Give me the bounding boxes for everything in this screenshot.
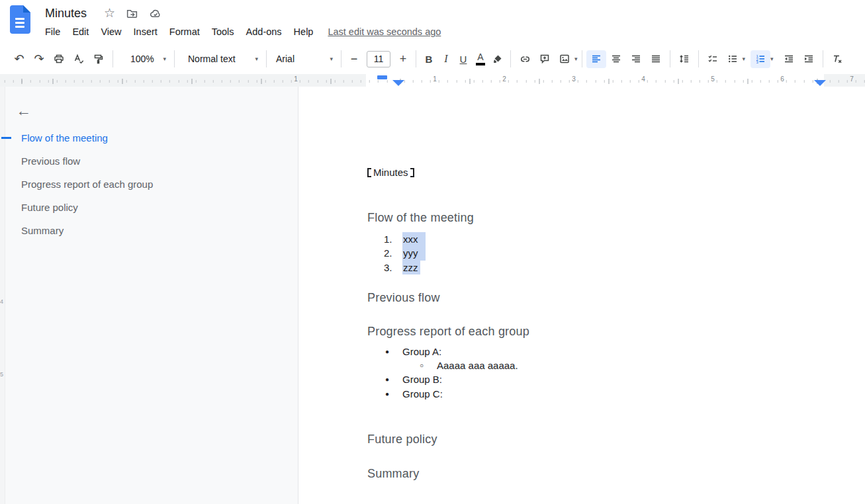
last-edit-link[interactable]: Last edit was seconds ago [328,26,441,37]
toolbar: ↶ ↷ 100% ▾ Normal text ▾ Arial ▾ − 11 + … [0,44,865,74]
font-size-input[interactable]: 11 [367,51,390,67]
outline-item-flow-of-the-meeting[interactable]: Flow of the meeting [0,126,298,149]
header: Minutes ☆ File Edit View Insert Format T… [0,0,865,44]
divider [266,50,267,67]
insert-comment-button[interactable] [535,50,555,68]
highlight-color-button[interactable] [489,50,506,68]
close-outline-button[interactable]: ← [16,103,31,118]
font-select[interactable]: Arial ▾ [272,50,337,68]
redo-button[interactable]: ↷ [29,50,49,68]
heading-future-policy: Future policy [367,431,865,447]
chevron-down-icon[interactable]: ▾ [770,56,774,62]
text-color-button[interactable]: A [472,50,489,68]
heading-previous-flow: Previous flow [367,290,865,306]
clear-formatting-button[interactable] [827,50,847,68]
comment-icon [539,53,551,65]
increase-indent-button[interactable] [799,50,819,68]
selected-text: zzz [402,261,420,274]
outline-item-previous-flow[interactable]: Previous flow [0,149,298,173]
align-center-icon [610,53,622,65]
chevron-down-icon: ▾ [255,56,258,62]
menu-help[interactable]: Help [288,24,320,39]
active-indicator [1,137,11,139]
menu-bar: File Edit View Insert Format Tools Add-o… [39,22,441,41]
first-line-indent-marker[interactable] [377,75,387,79]
italic-button[interactable]: I [437,50,455,68]
heading-flow-of-the-meeting: Flow of the meeting [367,210,865,226]
right-indent-marker[interactable] [814,80,826,86]
decrease-indent-button[interactable] [779,50,799,68]
chevron-down-icon: ▾ [330,56,333,62]
bullet-icon: ● [385,345,402,358]
menu-insert[interactable]: Insert [128,24,163,39]
link-icon [519,53,531,65]
align-center-button[interactable] [606,50,626,68]
list-item: 2. yyy [367,246,865,260]
google-docs-icon[interactable] [9,5,30,34]
ruler-number: 5 [708,75,717,83]
decrease-font-size-button[interactable]: − [345,50,363,68]
minus-icon: − [351,53,358,65]
paint-format-button[interactable] [89,50,109,68]
lenticular-bracket-right [410,168,414,177]
align-right-button[interactable] [626,50,646,68]
bullet-list-button[interactable] [723,50,743,68]
chevron-down-icon[interactable]: ▾ [743,56,746,62]
numbered-list-button[interactable]: 1 2 3 [751,50,770,68]
chevron-down-icon[interactable]: ▾ [574,56,578,62]
menu-tools[interactable]: Tools [206,24,240,39]
checklist-icon [707,53,719,65]
bullet-icon: ○ [420,358,437,372]
divider [416,50,416,67]
list-item: ● Group A: [367,345,865,358]
insert-link-button[interactable] [515,50,535,68]
list-item: 3. zzz [367,261,865,274]
menu-view[interactable]: View [95,24,127,39]
divider [113,50,113,67]
menu-edit[interactable]: Edit [66,24,95,39]
outline-item-summary[interactable]: Summary [0,219,298,242]
justify-icon [650,53,662,65]
underline-button[interactable]: U [455,50,472,68]
left-indent-marker[interactable] [392,80,404,86]
page-title: Minutes [367,166,865,179]
undo-button[interactable]: ↶ [9,50,29,68]
increase-font-size-button[interactable]: + [394,50,412,68]
outline-panel: 4 5 ← Flow of the meeting Previous flow … [0,87,298,504]
image-icon [559,53,570,65]
outline-item-future-policy[interactable]: Future policy [0,196,298,219]
justify-button[interactable] [646,50,666,68]
menu-format[interactable]: Format [163,24,206,39]
paragraph-style-select[interactable]: Normal text ▾ [184,50,262,68]
document-page[interactable]: Minutes Flow of the meeting 1. xxx 2. yy… [298,87,865,504]
move-to-folder-icon[interactable] [126,7,138,20]
list-item: ○ Aaaaa aaa aaaaa. [367,358,865,372]
align-left-button[interactable] [586,50,606,68]
bold-button[interactable]: B [420,50,437,68]
outline-item-progress-report[interactable]: Progress report of each group [0,173,298,196]
horizontal-ruler[interactable]: 1 1 2 3 4 5 6 7 [0,74,865,87]
spellcheck-button[interactable] [69,50,89,68]
lenticular-bracket-left [367,168,371,177]
print-button[interactable] [49,50,69,68]
insert-image-button[interactable] [555,50,574,68]
star-icon[interactable]: ☆ [104,7,115,19]
cloud-saved-icon[interactable] [149,7,162,20]
undo-icon: ↶ [14,53,24,65]
spellcheck-icon [73,53,85,65]
list-item: ● Group C: [367,387,865,401]
divider [174,50,175,67]
menu-file[interactable]: File [39,24,66,39]
numbered-list-icon: 1 2 3 [754,53,766,65]
zoom-select[interactable]: 100% ▾ [126,50,170,68]
align-left-icon [590,53,602,65]
heading-progress-report: Progress report of each group [367,323,865,339]
checklist-button[interactable] [703,50,723,68]
ruler-number: 4 [639,75,648,83]
line-spacing-button[interactable] [674,50,694,68]
divider [341,50,341,67]
document-title[interactable]: Minutes [45,7,87,21]
menu-addons[interactable]: Add-ons [240,24,288,39]
plus-icon: + [400,53,407,65]
selected-text: yyy [402,246,426,260]
